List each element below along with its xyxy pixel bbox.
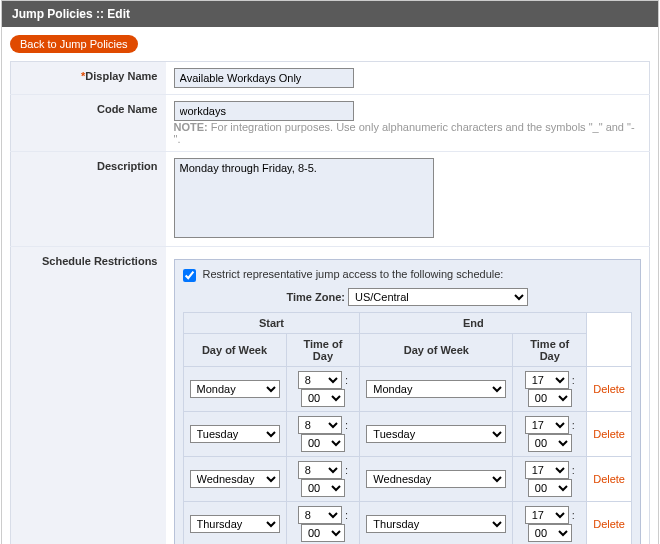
code-name-note: NOTE: For integration purposes. Use only… [174, 121, 635, 145]
time-zone-label: Time Zone: [286, 291, 344, 303]
end-hour-select[interactable]: 17 [525, 506, 569, 524]
end-hour-select[interactable]: 17 [525, 371, 569, 389]
restrict-checkbox-label[interactable]: Restrict representative jump access to t… [183, 268, 504, 280]
col-end: End [360, 312, 587, 333]
start-day-select[interactable]: Monday [190, 380, 280, 398]
start-min-select[interactable]: 00 [301, 479, 345, 497]
start-day-select[interactable]: Tuesday [190, 425, 280, 443]
back-to-policies-button[interactable]: Back to Jump Policies [10, 35, 138, 53]
restrict-checkbox[interactable] [183, 269, 196, 282]
end-day-select[interactable]: Wednesday [366, 470, 506, 488]
page-title: Jump Policies :: Edit [2, 1, 658, 27]
start-min-select[interactable]: 00 [301, 524, 345, 542]
start-hour-select[interactable]: 8 [298, 416, 342, 434]
start-min-select[interactable]: 00 [301, 434, 345, 452]
code-name-input[interactable] [174, 101, 354, 121]
schedule-restrictions-label: Schedule Restrictions [42, 255, 158, 267]
code-name-label: Code Name [97, 103, 158, 115]
start-day-select[interactable]: Thursday [190, 515, 280, 533]
end-min-select[interactable]: 00 [528, 434, 572, 452]
time-zone-select[interactable]: US/Central [348, 288, 528, 306]
end-min-select[interactable]: 00 [528, 389, 572, 407]
display-name-input[interactable] [174, 68, 354, 88]
delete-row-link[interactable]: Delete [593, 428, 625, 440]
table-row: Monday8 : 00Monday17 : 00Delete [183, 366, 632, 411]
end-min-select[interactable]: 00 [528, 479, 572, 497]
end-hour-select[interactable]: 17 [525, 416, 569, 434]
description-label: Description [97, 160, 158, 172]
end-day-select[interactable]: Thursday [366, 515, 506, 533]
start-hour-select[interactable]: 8 [298, 371, 342, 389]
end-day-select[interactable]: Tuesday [366, 425, 506, 443]
display-name-label: Display Name [85, 70, 157, 82]
end-hour-select[interactable]: 17 [525, 461, 569, 479]
delete-row-link[interactable]: Delete [593, 518, 625, 530]
start-hour-select[interactable]: 8 [298, 461, 342, 479]
delete-row-link[interactable]: Delete [593, 383, 625, 395]
table-row: Tuesday8 : 00Tuesday17 : 00Delete [183, 411, 632, 456]
description-input[interactable]: Monday through Friday, 8-5. [174, 158, 434, 238]
end-min-select[interactable]: 00 [528, 524, 572, 542]
table-row: Wednesday8 : 00Wednesday17 : 00Delete [183, 456, 632, 501]
delete-row-link[interactable]: Delete [593, 473, 625, 485]
start-min-select[interactable]: 00 [301, 389, 345, 407]
col-start: Start [183, 312, 360, 333]
start-day-select[interactable]: Wednesday [190, 470, 280, 488]
end-day-select[interactable]: Monday [366, 380, 506, 398]
table-row: Thursday8 : 00Thursday17 : 00Delete [183, 501, 632, 544]
start-hour-select[interactable]: 8 [298, 506, 342, 524]
schedule-table: Start End Day of Week Time of Day Day of… [183, 312, 633, 544]
